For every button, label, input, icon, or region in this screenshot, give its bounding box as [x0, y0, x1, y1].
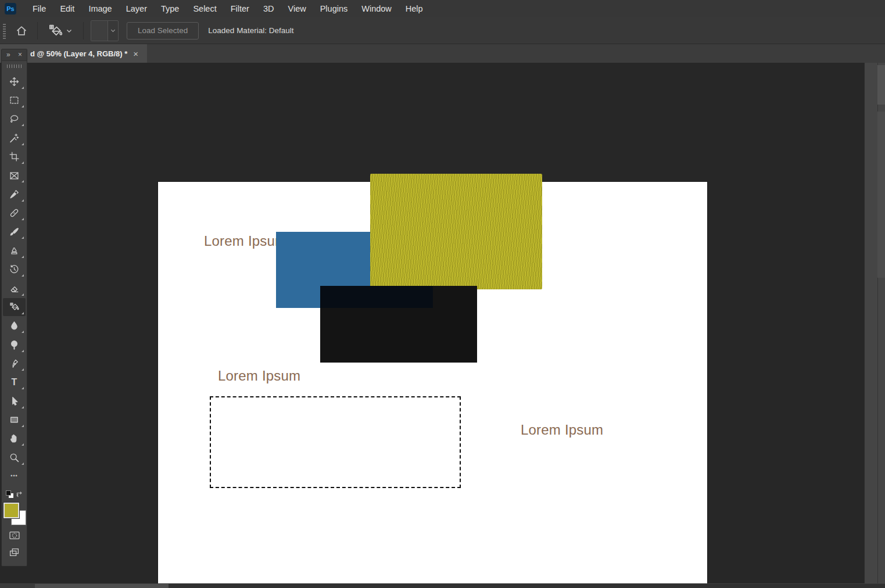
home-icon [16, 25, 27, 37]
frame-icon [9, 171, 19, 181]
tab-title: d @ 50% (Layer 4, RGB/8) * [30, 49, 127, 58]
tool-clone-stamp[interactable] [3, 242, 26, 260]
quick-mask-button[interactable] [3, 526, 26, 544]
separator [83, 22, 84, 40]
move-icon [9, 77, 19, 87]
rectangle-icon [9, 415, 19, 425]
bottom-scrollbar [0, 583, 885, 588]
menu-image[interactable]: Image [81, 0, 119, 17]
history-brush-icon [9, 264, 19, 274]
lorem-text-middle: Lorem Ipsum [218, 368, 300, 384]
paint-bucket-icon [48, 23, 63, 38]
chevron-down-icon [66, 27, 73, 34]
menu-edit[interactable]: Edit [53, 0, 81, 17]
paint-bucket-icon [9, 302, 20, 312]
options-bar: Load Selected Loaded Material: Default [0, 17, 885, 44]
separator [37, 22, 38, 40]
canvas-area[interactable]: Lorem Ipsum Lorem Ipsum Lorem Ipsum [0, 63, 864, 583]
tool-pen[interactable] [3, 354, 26, 372]
stamp-icon [9, 246, 19, 256]
drag-grip[interactable] [7, 64, 22, 68]
eyedropper-icon [9, 189, 19, 199]
tool-rectangular-marquee[interactable] [3, 91, 26, 109]
menu-select[interactable]: Select [186, 0, 223, 17]
black-rect-overlap-band [320, 286, 433, 308]
scrollbar-corner [0, 584, 35, 588]
menubar: Ps File Edit Image Layer Type Select Fil… [0, 0, 885, 17]
tool-brush[interactable] [3, 223, 26, 241]
tool-history-brush[interactable] [3, 260, 26, 278]
tool-type[interactable]: T [3, 373, 26, 391]
tab-close-icon[interactable]: × [133, 49, 138, 59]
options-bar-grip[interactable] [3, 23, 6, 39]
lasso-icon [9, 114, 19, 124]
menu-view[interactable]: View [281, 0, 313, 17]
tool-paint-bucket[interactable] [3, 298, 26, 316]
load-selected-button[interactable]: Load Selected [127, 22, 199, 40]
tool-spot-healing[interactable] [3, 204, 26, 222]
screen-mode-icon [9, 547, 20, 557]
tool-preset-dropdown[interactable] [91, 20, 119, 41]
selection-marquee [210, 396, 461, 488]
tool-blur[interactable] [3, 317, 26, 335]
water-drop-icon [9, 321, 19, 331]
brush-icon [9, 227, 19, 237]
tool-lasso[interactable] [3, 110, 26, 128]
select-arrow-icon [9, 396, 19, 406]
tool-eyedropper[interactable] [3, 185, 26, 203]
tab-bar: d @ 50% (Layer 4, RGB/8) * × [0, 44, 885, 63]
menu-type[interactable]: Type [154, 0, 186, 17]
preset-preview [91, 21, 108, 41]
crop-icon [9, 152, 19, 162]
tool-hand[interactable] [3, 429, 26, 447]
tool-zoom[interactable] [3, 449, 26, 467]
close-panel-icon[interactable]: × [18, 51, 22, 59]
eraser-icon [9, 284, 19, 293]
collapse-panel-icon[interactable]: » [6, 51, 10, 59]
home-button[interactable] [13, 22, 30, 40]
color-utility-row [3, 489, 26, 500]
yellow-texture-rect [370, 174, 542, 289]
lorem-text-right: Lorem Ipsum [521, 422, 603, 438]
swap-colors-icon[interactable] [15, 490, 23, 498]
menu-filter[interactable]: Filter [224, 0, 256, 17]
tool-crop[interactable] [3, 148, 26, 166]
tool-path-selection[interactable] [3, 392, 26, 410]
tool-eraser[interactable] [3, 279, 26, 297]
marquee-icon [9, 95, 19, 105]
tool-move[interactable] [3, 73, 26, 91]
collapsed-panel-tile[interactable] [877, 65, 885, 105]
menu-file[interactable]: File [26, 0, 53, 17]
menu-plugins[interactable]: Plugins [313, 0, 355, 17]
tool-panel-header: » × [2, 49, 27, 61]
scrollbar-thumb[interactable] [35, 584, 169, 588]
tool-panel: » × [1, 49, 27, 567]
photoshop-logo: Ps [5, 3, 16, 15]
chevron-down-icon [108, 21, 118, 41]
loaded-material-status: Loaded Material: Default [208, 26, 293, 35]
menu-layer[interactable]: Layer [119, 0, 154, 17]
active-tool-chip[interactable] [45, 23, 76, 38]
lorem-text-top: Lorem Ipsum [204, 233, 286, 249]
tool-dodge[interactable] [3, 336, 26, 354]
type-tool-icon: T [12, 378, 17, 387]
right-panel-dock [864, 63, 885, 588]
dodge-icon [9, 340, 19, 350]
tool-rectangle[interactable] [3, 411, 26, 429]
tool-frame[interactable] [3, 167, 26, 185]
collapsed-panel-tile[interactable] [877, 112, 885, 278]
foreground-color-swatch[interactable] [3, 503, 19, 518]
quick-mask-icon [9, 530, 20, 540]
ellipsis-icon: ••• [10, 474, 17, 479]
magic-wand-icon [9, 133, 19, 143]
bandage-icon [9, 208, 19, 218]
default-colors-icon[interactable] [6, 490, 13, 498]
hand-icon [9, 433, 19, 443]
tool-object-selection[interactable] [3, 129, 26, 147]
pen-icon [9, 358, 19, 368]
tool-more-tools[interactable]: ••• [3, 467, 26, 485]
screen-mode-button[interactable] [3, 544, 26, 561]
menu-3d[interactable]: 3D [256, 0, 281, 17]
menu-window[interactable]: Window [354, 0, 399, 17]
menu-help[interactable]: Help [399, 0, 430, 17]
